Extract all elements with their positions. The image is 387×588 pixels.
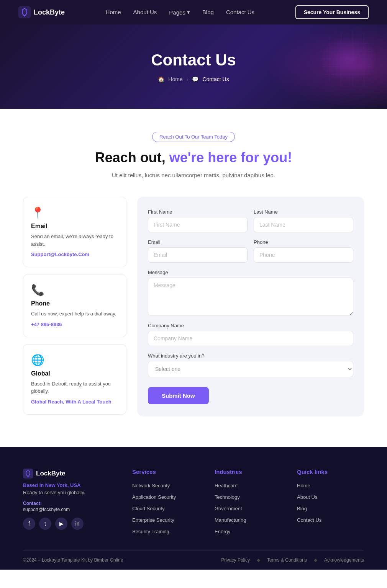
linkedin-icon[interactable]: in — [71, 518, 84, 530]
logo[interactable]: LockByte — [18, 6, 65, 18]
footer-acknowledgements-link[interactable]: Acknowledgements — [324, 557, 364, 563]
footer-industry-link-3[interactable]: Manufacturing — [215, 517, 246, 523]
footer-service-link-1[interactable]: Application Security — [132, 494, 176, 500]
email-icon: 📍 — [31, 206, 118, 219]
footer-quicklinks-title: Quick links — [297, 469, 364, 475]
phone-label: Phone — [254, 239, 353, 245]
footer-logo: LockByte — [23, 469, 117, 479]
footer-quicklink-link-0[interactable]: Home — [297, 483, 310, 488]
footer-service-link-3[interactable]: Enterprise Security — [132, 517, 174, 523]
info-card-global-link[interactable]: Global Reach, With A Local Touch — [31, 399, 112, 405]
message-input[interactable] — [148, 278, 353, 316]
logo-text: LockByte — [34, 8, 65, 16]
phone-input[interactable] — [254, 247, 353, 263]
info-card-phone-link[interactable]: +47 895-8936 — [31, 322, 62, 327]
email-input[interactable] — [148, 247, 248, 263]
first-name-input[interactable] — [148, 217, 248, 232]
nav-blog[interactable]: Blog — [202, 9, 214, 15]
footer-service-4: Security Training — [132, 528, 199, 535]
footer-service-1: Application Security — [132, 493, 199, 500]
navbar: LockByte Home About Us Pages ▾ Blog Cont… — [0, 0, 387, 24]
youtube-icon[interactable]: ▶ — [55, 518, 67, 530]
footer-industry-link-1[interactable]: Technology — [215, 494, 240, 500]
section-subtitle: Ut elit tellus, luctus nec ullamcorper m… — [23, 172, 364, 178]
footer-industries-title: Industries — [215, 469, 282, 475]
info-card-phone: 📞 Phone Call us now, expert help is a di… — [23, 274, 126, 337]
footer-industry-3: Manufacturing — [215, 516, 282, 523]
info-card-email-desc: Send an email, we're always ready to ass… — [31, 233, 118, 248]
company-input[interactable] — [148, 331, 353, 346]
first-name-label: First Name — [148, 209, 248, 215]
footer-industry-2: Government — [215, 505, 282, 512]
footer-industries-list: Heathcare Technology Government Manufact… — [215, 482, 282, 535]
logo-icon — [18, 6, 31, 18]
footer-logo-text: LockByte — [36, 470, 66, 477]
contact-form-card: First Name Last Name Email Phone — [137, 197, 364, 416]
footer-sep-1: ◆ — [257, 557, 260, 563]
globe-icon: 🌐 — [31, 354, 118, 366]
hero-section: Contact Us 🏠 Home › 💬 Contact Us — [0, 24, 387, 109]
nav-contact[interactable]: Contact Us — [226, 9, 254, 15]
facebook-icon[interactable]: f — [23, 518, 35, 530]
main-section: Reach Out To Our Team Today Reach out, w… — [0, 109, 387, 447]
footer-tagline-purple: Based In New York, USA — [23, 482, 117, 488]
nav-home[interactable]: Home — [106, 9, 121, 15]
section-tag: Reach Out To Our Team Today — [152, 132, 235, 142]
submit-button[interactable]: Submit Now — [148, 387, 209, 404]
hero-grid-decoration — [299, 28, 376, 90]
footer-quicklink-link-1[interactable]: About Us — [297, 494, 317, 500]
info-card-phone-title: Phone — [31, 300, 118, 307]
footer-service-link-2[interactable]: Cloud Security — [132, 506, 165, 511]
footer-contact-label: Contact: — [23, 501, 117, 506]
breadcrumb-current: Contact Us — [202, 76, 229, 82]
footer-terms-link[interactable]: Terms & Conditions — [267, 557, 307, 563]
industry-group: What industry are you in? Select one Tec… — [148, 353, 353, 377]
footer-industry-4: Energy — [215, 528, 282, 535]
footer-services: Services Network Security Application Se… — [132, 469, 199, 535]
nav-links: Home About Us Pages ▾ Blog Contact Us — [106, 9, 255, 16]
footer-quicklink-0: Home — [297, 482, 364, 489]
footer-quicklink-2: Blog — [297, 505, 364, 512]
footer-industry-1: Technology — [215, 493, 282, 500]
footer-bottom-links: Privacy Policy ◆ Terms & Conditions ◆ Ac… — [221, 557, 364, 563]
breadcrumb-separator: › — [187, 76, 189, 82]
footer-copyright: ©2024 – Lockbyte Template Kit by Bimber … — [23, 557, 123, 563]
footer-service-link-0[interactable]: Network Security — [132, 483, 170, 488]
info-card-email-link[interactable]: Support@Lockbyte.Com — [31, 252, 89, 257]
nav-cta-button[interactable]: Secure Your Business — [295, 5, 369, 19]
hero-title: Contact Us — [151, 51, 236, 69]
footer-brand: LockByte Based In New York, USA Ready to… — [23, 469, 117, 535]
footer-industry-link-4[interactable]: Energy — [215, 529, 230, 534]
footer-industry-link-2[interactable]: Government — [215, 506, 242, 511]
info-card-global-desc: Based in Detroit, ready to assist you gl… — [31, 380, 118, 395]
nav-about[interactable]: About Us — [133, 9, 157, 15]
section-title: Reach out, we're here for you! — [23, 150, 364, 166]
breadcrumb-home-icon: 🏠 — [158, 76, 164, 82]
breadcrumb-page-icon: 💬 — [192, 76, 198, 82]
footer-service-3: Enterprise Security — [132, 516, 199, 523]
last-name-input[interactable] — [254, 217, 353, 232]
info-card-email-title: Email — [31, 223, 118, 230]
section-title-static: Reach out, — [95, 150, 169, 165]
footer-tagline: Ready to serve you globally. — [23, 490, 117, 495]
footer-services-list: Network Security Application Security Cl… — [132, 482, 199, 535]
footer-quicklink-link-2[interactable]: Blog — [297, 506, 307, 511]
footer: LockByte Based In New York, USA Ready to… — [0, 447, 387, 570]
last-name-label: Last Name — [254, 209, 353, 215]
industry-select[interactable]: Select one Technology Healthcare Finance… — [148, 361, 353, 377]
twitter-icon[interactable]: t — [39, 518, 51, 530]
chevron-down-icon: ▾ — [187, 9, 190, 16]
footer-industry-link-0[interactable]: Heathcare — [215, 483, 238, 488]
nav-pages[interactable]: Pages ▾ — [169, 9, 190, 16]
info-card-email: 📍 Email Send an email, we're always read… — [23, 197, 126, 267]
message-group: Message — [148, 270, 353, 316]
footer-social-icons: f t ▶ in — [23, 518, 117, 530]
breadcrumb-home[interactable]: Home — [168, 76, 182, 82]
footer-quicklink-link-3[interactable]: Contact Us — [297, 517, 321, 523]
footer-services-title: Services — [132, 469, 199, 475]
footer-privacy-link[interactable]: Privacy Policy — [221, 557, 250, 563]
info-card-global: 🌐 Global Based in Detroit, ready to assi… — [23, 344, 126, 415]
footer-service-link-4[interactable]: Security Training — [132, 529, 169, 534]
email-group: Email — [148, 239, 248, 263]
phone-icon: 📞 — [31, 284, 118, 296]
